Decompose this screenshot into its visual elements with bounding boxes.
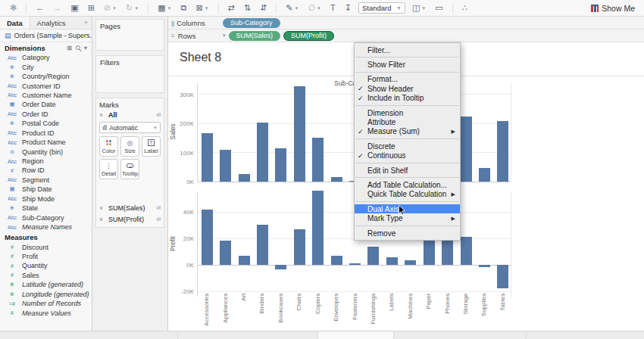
tooltip-button[interactable]: Tooltip <box>120 159 139 179</box>
undo-button[interactable]: ← <box>32 3 48 13</box>
swap-rows-columns-button[interactable]: ⇄ <box>224 3 239 13</box>
run-update-button[interactable]: ↻▼ <box>122 3 142 13</box>
x-axis-label[interactable]: Appliances <box>221 294 228 331</box>
bar-appliances[interactable] <box>220 150 231 182</box>
fit-mode-select[interactable]: Standard ▼ <box>358 2 405 14</box>
x-axis-label[interactable]: Bookcases <box>277 294 283 331</box>
find-field-icon[interactable] <box>76 45 80 50</box>
bar-labels[interactable] <box>386 257 398 265</box>
field-category[interactable]: AbcCategory <box>0 53 92 62</box>
menu-item-quick-table-calculation[interactable]: Quick Table Calculation▶ <box>355 190 460 199</box>
bar-storage[interactable] <box>461 117 472 182</box>
field-product-id[interactable]: AbcProduct ID <box>0 129 92 138</box>
marks-layer-all[interactable]: ∧ All ıll <box>99 109 161 120</box>
bar-accessories[interactable] <box>202 133 213 182</box>
field-region[interactable]: AbcRegion <box>0 157 92 166</box>
bar-bookcases[interactable] <box>275 148 286 182</box>
menu-item-mark-type[interactable]: Mark Type▶ <box>355 213 460 222</box>
text-label-button[interactable]: T <box>327 3 339 13</box>
x-axis-label[interactable]: Supplies <box>480 294 487 331</box>
field-sub-category[interactable]: AbcSub-Category <box>0 213 92 222</box>
new-worksheet-button[interactable]: ▦▼ <box>154 3 175 13</box>
field-customer-id[interactable]: AbcCustomer ID <box>0 81 92 90</box>
bar-copiers[interactable] <box>312 191 324 265</box>
bar-machines[interactable] <box>405 260 416 265</box>
share-workbook-button[interactable]: ∴ <box>458 3 471 13</box>
menu-item-include-in-tooltip[interactable]: ✓Include in Tooltip <box>355 94 460 103</box>
view-toggle-icon[interactable]: ⊞ <box>67 45 72 51</box>
menu-item-add-table-calculation-[interactable]: Add Table Calculation... <box>355 180 460 189</box>
x-axis-label[interactable]: Chairs <box>295 294 302 331</box>
bar-chairs[interactable] <box>294 229 305 265</box>
x-axis-label[interactable]: Copiers <box>314 294 320 331</box>
field-ship-date[interactable]: ▦Ship Date <box>0 185 92 194</box>
x-axis-label[interactable]: Envelopes <box>333 294 339 331</box>
field-product-name[interactable]: AbcProduct Name <box>0 138 92 147</box>
show-hide-cards-button[interactable]: ◫▼ <box>408 3 430 13</box>
bar-envelopes[interactable] <box>331 177 342 182</box>
filters-shelf[interactable]: Filters <box>95 55 164 93</box>
bar-binders[interactable] <box>257 225 268 265</box>
x-axis-label[interactable]: Accessories <box>203 294 210 331</box>
new-data-source-button[interactable]: ⊞ <box>84 3 98 13</box>
bar-binders[interactable] <box>257 123 268 182</box>
bar-appliances[interactable] <box>220 241 231 265</box>
field-quantity-bin-[interactable]: ılıQuantity (bin) <box>0 147 92 156</box>
sheet-tab[interactable] <box>318 331 394 339</box>
save-button[interactable]: ▣ <box>67 3 82 13</box>
bar-furnishings[interactable] <box>367 247 379 265</box>
menu-item-show-filter[interactable]: Show Filter <box>355 60 460 69</box>
field-discount[interactable]: #Discount <box>0 242 92 251</box>
axis-title-sales[interactable]: Sales <box>169 117 177 147</box>
x-axis-label[interactable]: Paper <box>425 294 432 331</box>
field-order-id[interactable]: AbcOrder ID <box>0 110 92 119</box>
bar-storage[interactable] <box>461 237 472 265</box>
menu-item-show-header[interactable]: ✓Show Header <box>355 84 460 93</box>
axis-title-profit[interactable]: Profit <box>169 229 177 259</box>
field-country-region[interactable]: ⊕Country/Region <box>0 72 92 81</box>
highlight-pen-button[interactable]: ✎▼ <box>282 3 302 13</box>
sheet-title[interactable]: Sheet 8 <box>180 51 221 64</box>
bar-tables[interactable] <box>497 121 508 182</box>
x-axis-label[interactable]: Binders <box>258 294 265 331</box>
fix-axes-pin-button[interactable]: ↧ <box>341 3 355 13</box>
pages-shelf[interactable]: Pages <box>95 19 164 51</box>
field-quantity[interactable]: #Quantity <box>0 261 92 270</box>
field-city[interactable]: ⊕City <box>0 62 92 71</box>
bar-copiers[interactable] <box>312 138 324 182</box>
bar-supplies[interactable] <box>479 265 490 267</box>
x-axis-label[interactable]: Furnishings <box>369 294 376 331</box>
bar-fasteners[interactable] <box>349 263 361 265</box>
pane-menu-icon[interactable]: + <box>80 17 92 29</box>
field-segment[interactable]: AbcSegment <box>0 176 92 185</box>
field-measure-names[interactable]: AbcMeasure Names <box>0 222 92 232</box>
color-button[interactable]: Color <box>99 136 118 157</box>
bar-tables[interactable] <box>497 265 508 288</box>
bar-art[interactable] <box>239 256 250 265</box>
marks-layer-sum-sales-[interactable]: ∨SUM(Sales)ıll <box>99 202 161 213</box>
pause-auto-updates-button[interactable]: ⊘▼ <box>100 3 120 13</box>
datasource-item[interactable]: ▤ Orders (Sample - Supers... <box>0 30 92 42</box>
marks-layer-sum-profit-[interactable]: ∨SUM(Profit)ıll <box>99 213 161 225</box>
pill-sub-category[interactable]: Sub-Category <box>223 18 280 28</box>
menu-item-dimension[interactable]: Dimension <box>355 108 460 117</box>
field-state[interactable]: ⊕State <box>0 204 92 213</box>
bar-supplies[interactable] <box>479 168 490 182</box>
duplicate-sheet-button[interactable]: ⧉ <box>177 3 191 13</box>
x-axis-label[interactable]: Storage <box>462 294 469 331</box>
menu-item-continuous[interactable]: ✓Continuous <box>355 151 460 160</box>
x-axis-label[interactable]: Art <box>240 294 247 331</box>
x-axis-label[interactable]: Machines <box>406 294 413 331</box>
menu-item-attribute[interactable]: Attribute <box>355 117 460 126</box>
field-postal-code[interactable]: ⊕Postal Code <box>0 119 92 128</box>
menu-item-dual-axis[interactable]: Dual Axis <box>355 204 460 213</box>
menu-item-measure-sum-[interactable]: ✓Measure (Sum)▶ <box>355 127 460 136</box>
pill-sum-profit-[interactable]: SUM(Profit) <box>283 31 334 41</box>
field-row-id[interactable]: #Row ID <box>0 166 92 175</box>
tableau-logo-button[interactable]: ✻ <box>6 3 20 13</box>
bar-chairs[interactable] <box>294 86 305 182</box>
pane-sort-icon[interactable]: ▾ <box>84 45 87 51</box>
presentation-mode-button[interactable]: ▭ <box>431 3 446 13</box>
field-order-date[interactable]: ▦Order Date <box>0 100 92 109</box>
bar-art[interactable] <box>239 174 250 182</box>
